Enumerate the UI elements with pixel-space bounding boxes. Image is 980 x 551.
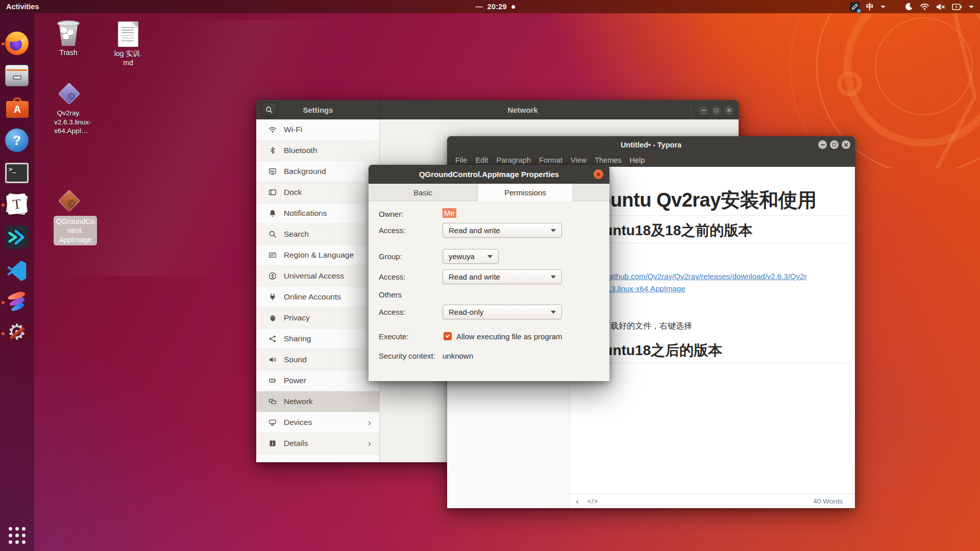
sidebar-item-bluetooth[interactable]: Bluetooth bbox=[256, 140, 379, 161]
owner-label: Owner: bbox=[379, 210, 403, 218]
sidebar-item-online-accounts[interactable]: Online Accounts bbox=[256, 287, 379, 308]
system-tray[interactable]: 中 bbox=[850, 0, 974, 13]
vscode-icon bbox=[5, 258, 29, 282]
security-context-value: unknown bbox=[443, 352, 473, 360]
dock-item-firefox[interactable] bbox=[5, 32, 30, 56]
sidebar-toggle-icon[interactable]: ‹ bbox=[576, 496, 579, 507]
sidebar-item-search[interactable]: Search bbox=[256, 224, 379, 245]
sidebar-item-details[interactable]: Details › bbox=[256, 433, 379, 454]
sidebar-item-privacy[interactable]: Privacy bbox=[256, 308, 379, 329]
chevron-down-icon[interactable] bbox=[880, 6, 886, 8]
sidebar-item-sound[interactable]: Sound bbox=[256, 349, 379, 370]
chinese-input-indicator[interactable]: 中 bbox=[866, 2, 874, 12]
sidebar-item-region-language[interactable]: Region & Language bbox=[256, 245, 379, 266]
tab-basic[interactable]: Basic bbox=[369, 184, 477, 201]
files-icon bbox=[5, 65, 29, 86]
menu-edit[interactable]: Edit bbox=[472, 155, 492, 165]
dock-item-settings[interactable]: ⚙ bbox=[5, 321, 30, 346]
wifi-icon bbox=[920, 3, 929, 11]
teal-arrows-icon bbox=[5, 226, 29, 249]
dock-item-terminal[interactable]: >_ bbox=[5, 161, 30, 185]
sidebar-item-label: Online Accounts bbox=[284, 292, 341, 302]
chevron-right-icon: › bbox=[368, 417, 371, 428]
sidebar-item-universal-access[interactable]: Universal Access bbox=[256, 266, 379, 287]
sidebar-item-wifi[interactable]: Wi-Fi bbox=[256, 119, 379, 140]
dialog-titlebar[interactable]: QGroundControl.AppImage Properties bbox=[369, 165, 609, 184]
close-button[interactable] bbox=[594, 169, 603, 179]
running-indicator bbox=[2, 332, 5, 335]
volume-muted-icon bbox=[936, 3, 945, 11]
close-button[interactable] bbox=[842, 140, 850, 149]
sidebar-item-label: Search bbox=[284, 230, 309, 239]
universal-access-icon bbox=[268, 272, 277, 280]
doc-heading-1: Ubuntu Qv2ray安装和使用 bbox=[585, 189, 846, 216]
markdown-file-icon bbox=[118, 21, 138, 47]
media-indicator: — bbox=[475, 3, 483, 11]
sidebar-item-network[interactable]: Network bbox=[256, 391, 379, 412]
ubuntu-software-icon: A bbox=[6, 97, 29, 118]
sound-icon bbox=[268, 356, 277, 364]
clock-time: 20:29 bbox=[487, 3, 507, 11]
input-method-icon[interactable] bbox=[850, 2, 860, 12]
execute-checkbox[interactable] bbox=[444, 332, 452, 340]
sidebar-item-label: Background bbox=[284, 167, 326, 176]
qgroundcontrol-appimage-icon: ⚙ bbox=[55, 190, 83, 216]
sidebar-item-notifications[interactable]: Notifications bbox=[256, 203, 379, 224]
activities-button[interactable]: Activities bbox=[0, 0, 45, 13]
close-button[interactable] bbox=[724, 106, 734, 115]
sidebar-item-background[interactable]: Background bbox=[256, 161, 379, 182]
dock-item-remote-app[interactable] bbox=[5, 226, 30, 250]
dock-item-help[interactable]: ? bbox=[5, 129, 30, 153]
others-access-dropdown[interactable]: Read-only bbox=[443, 305, 562, 319]
desktop-icon-qv2ray-appimage[interactable]: ⚙ Qv2ray. v2.6.3.linux- x64.AppI… bbox=[54, 83, 84, 136]
dock-item-comet-app[interactable] bbox=[5, 290, 30, 315]
menu-view[interactable]: View bbox=[567, 155, 590, 165]
dropdown-arrow-icon bbox=[551, 229, 556, 232]
running-indicator bbox=[2, 204, 5, 207]
sidebar-item-sharing[interactable]: Sharing bbox=[256, 329, 379, 349]
region-language-icon bbox=[268, 251, 277, 259]
bluetooth-icon bbox=[268, 146, 277, 155]
dropdown-arrow-icon bbox=[551, 276, 556, 279]
background-icon bbox=[268, 167, 277, 176]
desktop-icon-qgroundcontrol-appimage[interactable]: ⚙ QGroundCo ntrol. AppImage bbox=[54, 190, 84, 245]
menu-paragraph[interactable]: Paragraph bbox=[493, 155, 534, 165]
icon-label-selected: QGroundCo ntrol. AppImage bbox=[54, 216, 97, 245]
sidebar-item-power[interactable]: Power bbox=[256, 370, 379, 391]
typora-editor[interactable]: Ubuntu Qv2ray安装和使用 Ubuntu18及18之前的版本 http… bbox=[569, 167, 855, 494]
menu-themes[interactable]: Themes bbox=[591, 155, 625, 165]
system-menu-chevron-icon[interactable] bbox=[969, 6, 974, 8]
maximize-button[interactable] bbox=[712, 106, 721, 115]
dock-item-typora[interactable]: T bbox=[5, 193, 30, 217]
typora-titlebar[interactable]: Untitled• - Typora bbox=[447, 136, 855, 154]
terminal-icon: >_ bbox=[5, 163, 29, 183]
source-code-mode-icon[interactable]: </> bbox=[587, 498, 598, 505]
menu-file[interactable]: File bbox=[452, 155, 471, 165]
minimize-button[interactable] bbox=[699, 106, 708, 115]
word-count: 40 Words bbox=[813, 497, 843, 505]
owner-access-dropdown[interactable]: Read and write bbox=[443, 223, 562, 238]
icon-label: v2.6.3.linux- bbox=[54, 118, 84, 127]
dock-item-ubuntu-software[interactable]: A bbox=[5, 95, 30, 120]
sidebar-item-dock[interactable]: Dock bbox=[256, 182, 379, 203]
menu-help[interactable]: Help bbox=[626, 155, 649, 165]
download-link[interactable]: https://github.com/Qv2ray/Qv2ray/release… bbox=[585, 270, 846, 295]
typora-statusbar: ‹ </> 40 Words bbox=[569, 494, 855, 508]
sidebar-item-label: Details bbox=[284, 439, 308, 448]
menu-format[interactable]: Format bbox=[535, 155, 566, 165]
desktop-icon-markdown-file[interactable]: log 实训. md bbox=[107, 21, 149, 67]
maximize-button[interactable] bbox=[830, 140, 839, 149]
show-applications-button[interactable] bbox=[0, 527, 34, 544]
dock-item-vscode[interactable] bbox=[5, 258, 30, 283]
dock-item-files[interactable] bbox=[5, 63, 30, 88]
tab-permissions[interactable]: Permissions bbox=[477, 184, 573, 201]
typora-window-controls bbox=[818, 140, 850, 149]
desktop-icon-trash[interactable]: Trash bbox=[48, 19, 89, 57]
minimize-button[interactable] bbox=[818, 140, 827, 149]
group-access-dropdown[interactable]: Read and write bbox=[443, 269, 562, 284]
sidebar-item-devices[interactable]: Devices › bbox=[256, 412, 379, 433]
icon-label: log 实训. bbox=[107, 49, 149, 58]
clock[interactable]: — 20:29 bbox=[475, 3, 515, 11]
execute-label: Execute: bbox=[379, 332, 408, 341]
group-dropdown[interactable]: yewuya bbox=[443, 249, 499, 264]
